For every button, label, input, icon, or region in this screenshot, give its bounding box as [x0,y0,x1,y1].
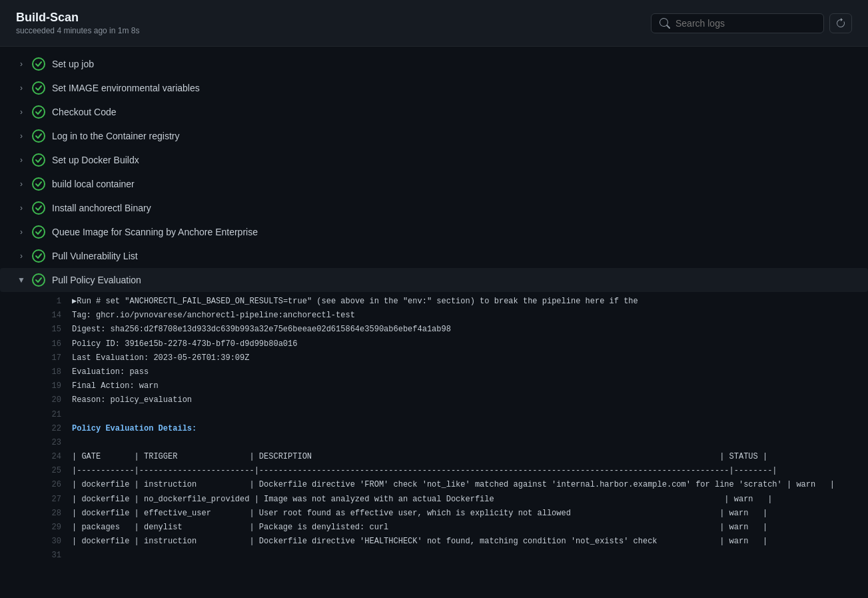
log-line-number: 27 [40,493,61,506]
log-line: 24| GATE | TRIGGER | DESCRIPTION | STATU… [0,450,868,464]
step-label: Set up job [52,59,94,69]
status-icon [32,153,45,167]
steps-container: ›Set up job›Set IMAGE environmental vari… [0,47,868,571]
chevron-icon: › [16,155,27,165]
log-line: 27| dockerfile | no_dockerfile_provided … [0,493,868,507]
search-input[interactable] [675,18,815,29]
log-line-number: 18 [40,366,61,379]
step-label: Set IMAGE environmental variables [52,83,200,93]
build-meta: succeeded 4 minutes ago in 1m 8s [16,26,139,35]
log-line: 23 [0,436,868,450]
log-line-content: Last Evaluation: 2023-05-26T01:39:09Z [72,352,852,365]
log-line-number: 30 [40,535,61,548]
status-icon [32,201,45,215]
log-line-number: 1 [40,295,61,308]
step-row-build-local[interactable]: ›build local container [0,172,868,196]
status-icon [32,177,45,191]
log-line: 19Final Action: warn [0,379,868,393]
log-line-number: 23 [40,437,61,449]
log-line-content: Tag: ghcr.io/pvnovarese/anchorectl-pipel… [72,309,852,322]
log-line: 28| dockerfile | effective_user | User r… [0,507,868,521]
chevron-icon: › [16,131,27,141]
log-line-content: Final Action: warn [72,380,852,393]
step-label: build local container [52,179,135,189]
status-icon [32,129,45,143]
log-line-content: | dockerfile | effective_user | User roo… [72,507,852,520]
log-line-number: 20 [40,394,61,407]
checkmark-icon [35,180,43,188]
log-line-content: | dockerfile | instruction | Dockerfile … [72,479,852,491]
step-row-install-anchore[interactable]: ›Install anchorectl Binary [0,196,868,220]
log-line-number: 16 [40,338,61,351]
log-line: 18Evaluation: pass [0,365,868,379]
log-line-content: | GATE | TRIGGER | DESCRIPTION | STATUS … [72,451,852,463]
log-line-number: 28 [40,507,61,520]
refresh-button[interactable] [829,13,852,33]
checkmark-icon [35,156,43,164]
log-line-number: 19 [40,380,61,393]
chevron-icon: ▼ [16,275,27,285]
log-line-content: Evaluation: pass [72,366,852,379]
step-row-log-in-container[interactable]: ›Log in to the Container registry [0,124,868,148]
step-label: Pull Policy Evaluation [52,275,141,285]
step-row-set-up-docker[interactable]: ›Set up Docker Buildx [0,148,868,172]
log-line-content: ▶Run # set "ANCHORECTL_FAIL_BASED_ON_RES… [72,295,852,308]
log-line: 30| dockerfile | instruction | Dockerfil… [0,535,868,549]
log-line: 16Policy ID: 3916e15b-2278-473b-bf70-d9d… [0,337,868,351]
log-line-number: 25 [40,465,61,477]
log-line-number: 22 [40,423,61,435]
log-line-number: 14 [40,309,61,322]
log-line-content: |------------|------------------------|-… [72,465,852,477]
log-line: 29| packages | denylist | Package is den… [0,521,868,535]
checkmark-icon [35,108,43,116]
chevron-icon: › [16,107,27,117]
checkmark-icon [35,276,43,284]
step-row-pull-policy[interactable]: ▼Pull Policy Evaluation [0,268,868,292]
status-icon [32,273,45,287]
checkmark-icon [35,228,43,236]
log-line: 26| dockerfile | instruction | Dockerfil… [0,478,868,492]
header: Build-Scan succeeded 4 minutes ago in 1m… [0,0,868,47]
log-line-content: | dockerfile | instruction | Dockerfile … [72,535,852,548]
checkmark-icon [35,132,43,140]
log-line-number: 26 [40,479,61,491]
step-row-checkout-code[interactable]: ›Checkout Code [0,100,868,124]
log-line: 14Tag: ghcr.io/pvnovarese/anchorectl-pip… [0,309,868,323]
checkmark-icon [35,204,43,212]
status-icon [32,81,45,95]
status-icon [32,225,45,239]
status-icon [32,57,45,71]
step-row-set-up-job[interactable]: ›Set up job [0,52,868,76]
step-label: Pull Vulnerability List [52,251,138,261]
checkmark-icon [35,60,43,68]
log-line-content: Digest: sha256:d2f8708e13d933dc639b993a3… [72,323,852,336]
checkmark-icon [35,84,43,92]
step-label: Log in to the Container registry [52,131,179,141]
log-line-content: Reason: policy_evaluation [72,394,852,407]
step-row-set-image-env[interactable]: ›Set IMAGE environmental variables [0,76,868,100]
step-row-queue-image[interactable]: ›Queue Image for Scanning by Anchore Ent… [0,220,868,244]
log-line: 22Policy Evaluation Details: [0,422,868,436]
chevron-icon: › [16,59,27,69]
chevron-icon: › [16,203,27,213]
log-line: 15Digest: sha256:d2f8708e13d933dc639b993… [0,323,868,337]
log-line-number: 15 [40,323,61,336]
log-line-content: | packages | denylist | Package is denyl… [72,521,852,534]
search-icon [659,18,670,29]
log-line-content: | dockerfile | no_dockerfile_provided | … [72,493,852,506]
step-row-pull-vuln[interactable]: ›Pull Vulnerability List [0,244,868,268]
log-line-number: 31 [40,549,61,562]
search-box [651,13,824,33]
chevron-icon: › [16,83,27,93]
step-label: Checkout Code [52,107,117,117]
refresh-icon [835,18,846,29]
log-line: 20Reason: policy_evaluation [0,393,868,407]
log-line-number: 17 [40,352,61,365]
search-container [651,13,852,33]
build-title: Build-Scan [16,11,139,25]
log-line: 21 [0,408,868,422]
status-icon [32,249,45,263]
log-line-content: Policy Evaluation Details: [72,423,852,435]
status-icon [32,105,45,119]
log-line: 25|------------|------------------------… [0,464,868,478]
